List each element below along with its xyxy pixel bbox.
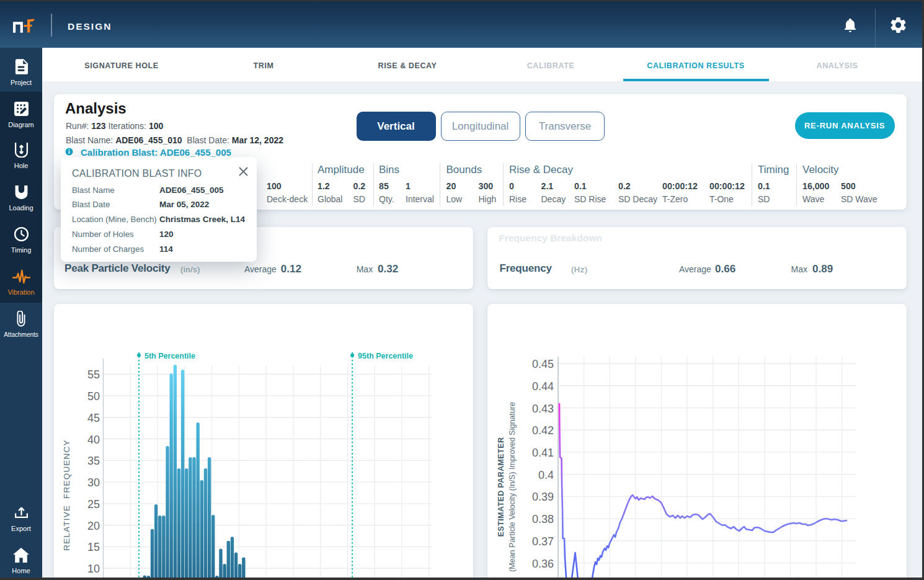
svg-text:55: 55 (87, 368, 100, 381)
svg-text:25: 25 (87, 498, 100, 511)
svg-text:0.42: 0.42 (532, 424, 554, 437)
svg-text:45: 45 (87, 412, 100, 424)
svg-text:0.4: 0.4 (538, 469, 554, 481)
svg-text:0.43: 0.43 (532, 403, 554, 415)
svg-text:RELATIVE FREQUENCY: RELATIVE FREQUENCY (62, 439, 71, 550)
svg-text:50: 50 (87, 390, 100, 403)
svg-text:5th Percentile: 5th Percentile (144, 352, 195, 360)
svg-text:30: 30 (87, 476, 100, 489)
svg-text:0.44: 0.44 (532, 380, 554, 393)
svg-text:20: 20 (87, 520, 100, 532)
svg-text:0.39: 0.39 (532, 491, 554, 503)
svg-text:0.38: 0.38 (532, 513, 554, 525)
svg-text:(Mean Particle Velocity (In/S): (Mean Particle Velocity (In/S) Improved … (508, 402, 517, 572)
svg-text:0.45: 0.45 (532, 358, 554, 370)
svg-text:0.37: 0.37 (532, 535, 554, 548)
svg-text:10: 10 (87, 563, 100, 575)
svg-text:15: 15 (87, 541, 100, 553)
svg-text:ESTIMATED PARAMETER: ESTIMATED PARAMETER (497, 437, 505, 537)
svg-text:95th Percentile: 95th Percentile (358, 352, 413, 360)
svg-text:0.36: 0.36 (532, 558, 554, 570)
svg-text:0.41: 0.41 (532, 447, 554, 459)
svg-text:40: 40 (87, 434, 100, 446)
svg-text:35: 35 (87, 455, 100, 467)
